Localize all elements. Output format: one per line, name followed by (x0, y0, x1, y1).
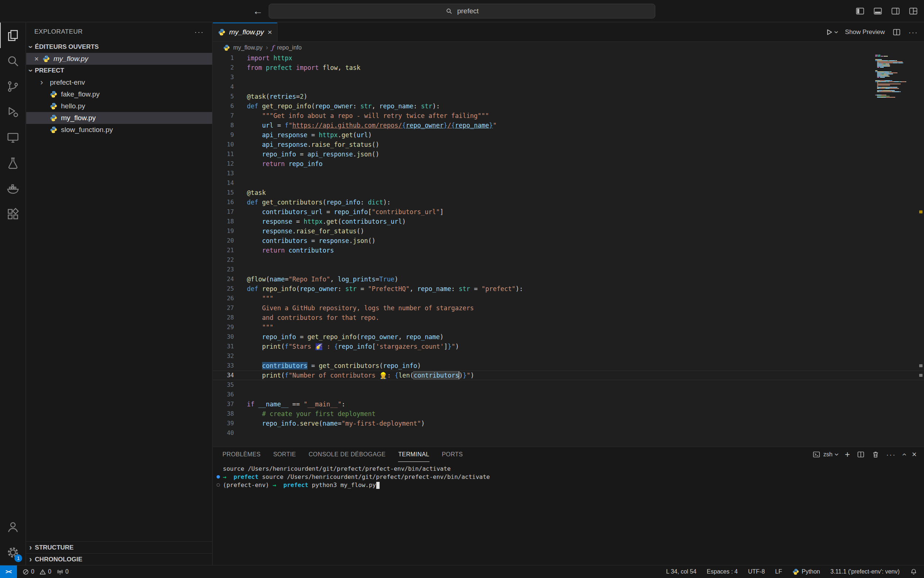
code-line-10: 10 api_response.raise_for_status() (213, 140, 924, 149)
source-control-icon[interactable] (0, 74, 26, 99)
panel-tab-ports[interactable]: PORTS (442, 447, 463, 462)
account-icon[interactable] (0, 514, 26, 539)
terminal-line: source /Users/henricourdent/git/prefect/… (223, 465, 924, 473)
docker-icon[interactable] (0, 176, 26, 201)
editor-pane[interactable]: 1import httpx2from prefect import flow, … (213, 53, 924, 447)
tab-label: my_flow.py (229, 28, 264, 36)
panel-tab-sortie[interactable]: SORTIE (273, 447, 296, 462)
explorer-icon[interactable] (0, 23, 26, 48)
explorer-more-actions-icon[interactable]: ··· (194, 28, 204, 36)
function-symbol-icon: ƒ (271, 44, 273, 51)
settings-gear-icon[interactable]: 1 (0, 539, 26, 565)
file-item-hello.py[interactable]: hello.py (26, 100, 212, 112)
code-line-28: 28 and contributors for that repo. (213, 313, 924, 323)
code-line-33: 33 contributors = get_contributors(repo_… (213, 361, 924, 370)
chevron-down-icon[interactable]: › (834, 453, 839, 456)
run-button[interactable]: › (825, 28, 838, 37)
code-line-20: 20 contributors = response.json() (213, 236, 924, 245)
show-preview-button[interactable]: Show Preview (845, 28, 885, 36)
customize-layout-icon[interactable] (908, 6, 918, 16)
timeline-section-header[interactable]: › CHRONOLOGIE (26, 553, 212, 565)
error-icon (22, 568, 29, 575)
editor-more-actions-icon[interactable]: ··· (908, 28, 918, 37)
open-editor-filename: my_flow.py (53, 55, 88, 63)
code-line-22: 22 (213, 255, 924, 265)
code-line-14: 14 (213, 178, 924, 188)
split-terminal-icon[interactable] (857, 450, 865, 459)
panel-tab-terminal[interactable]: TERMINAL (398, 447, 429, 462)
back-icon[interactable]: ← (253, 6, 263, 17)
file-item-prefect-env[interactable]: ›prefect-env (26, 76, 212, 88)
python-interpreter[interactable]: 3.11.1 ('prefect-env': venv) (830, 568, 900, 575)
project-section-header[interactable]: › PREFECT (26, 65, 212, 76)
code-line-21: 21 return contributors (213, 245, 924, 255)
terminal-output[interactable]: source /Users/henricourdent/git/prefect/… (213, 462, 924, 489)
tab-bar: my_flow.py × › Show Preview ··· (213, 23, 924, 42)
ports-count: 0 (65, 568, 69, 575)
code-line-16: 16def get_contributors(repo_info: dict): (213, 198, 924, 207)
remote-explorer-icon[interactable] (0, 125, 26, 150)
remote-indicator[interactable]: >< (0, 565, 17, 578)
eol-status[interactable]: LF (775, 568, 782, 575)
explorer-file-list: ›prefect-envfake_flow.pyhello.pymy_flow.… (26, 76, 212, 136)
title-bar: ← → prefect (0, 0, 924, 22)
code-line-7: 7 """Get info about a repo - will retry … (213, 111, 924, 120)
minimap[interactable] (875, 55, 917, 99)
breadcrumb-symbol[interactable]: repo_info (277, 44, 302, 51)
kill-terminal-icon[interactable] (872, 450, 880, 459)
project-label: PREFECT (35, 67, 64, 74)
structure-section-header[interactable]: › STRUCTURE (26, 541, 212, 553)
close-icon[interactable]: × (268, 28, 272, 37)
search-icon-activity[interactable] (0, 48, 26, 74)
layout-panel-icon[interactable] (873, 6, 883, 16)
code-line-40: 40 (213, 428, 924, 438)
sidebar-title: EXPLORATEUR (34, 28, 83, 36)
chevron-up-icon[interactable]: › (901, 453, 906, 456)
code-line-6: 6def get_repo_info(repo_owner: str, repo… (213, 101, 924, 111)
code-line-27: 27 Given a GitHub repository, logs the n… (213, 303, 924, 313)
layout-sidebar-right-icon[interactable] (891, 6, 900, 16)
command-center-search[interactable]: prefect (269, 4, 655, 18)
cursor-position[interactable]: L 34, col 54 (666, 568, 696, 575)
problems-status[interactable]: 0 0 (22, 568, 51, 575)
activity-bar: 1 (0, 23, 26, 565)
layout-sidebar-left-icon[interactable] (855, 6, 865, 16)
overview-ruler[interactable] (919, 53, 923, 447)
panel-tabs: PROBLÈMESSORTIECONSOLE DE DÉBOGAGETERMIN… (222, 447, 475, 462)
code-area: 1import httpx2from prefect import flow, … (213, 53, 924, 438)
status-bar: >< 0 0 0 L 34, col 54 Espaces : 4 UTF-8 … (0, 565, 924, 578)
panel-more-actions-icon[interactable]: ··· (886, 450, 896, 459)
testing-icon[interactable] (0, 150, 26, 176)
code-line-31: 31 print(f"Stars 🌠 : {repo_info['stargaz… (213, 342, 924, 351)
encoding-status[interactable]: UTF-8 (748, 568, 765, 575)
breadcrumb-file[interactable]: my_flow.py (233, 44, 262, 51)
panel-tab-problèmes[interactable]: PROBLÈMES (222, 447, 261, 462)
close-panel-icon[interactable]: × (912, 450, 917, 459)
code-line-18: 18 response = httpx.get(contributors_url… (213, 217, 924, 226)
chevron-right-icon: › (40, 80, 46, 85)
tab-my-flow[interactable]: my_flow.py × (213, 23, 278, 41)
chevron-down-icon: › (28, 45, 33, 48)
extensions-icon[interactable] (0, 201, 26, 227)
code-line-30: 30 repo_info = get_repo_info(repo_owner,… (213, 332, 924, 342)
panel-tab-console-de-débogage[interactable]: CONSOLE DE DÉBOGAGE (309, 447, 386, 462)
launch-profile-button[interactable]: zsh › (812, 450, 838, 459)
close-icon[interactable]: × (34, 55, 39, 63)
chevron-down-icon[interactable]: › (834, 31, 839, 33)
open-editors-section-header[interactable]: › ÉDITEURS OUVERTS (26, 41, 212, 53)
file-item-my_flow.py[interactable]: my_flow.py (26, 112, 212, 124)
terminal-line: (prefect-env) → prefect python3 my_flow.… (223, 481, 924, 489)
code-line-17: 17 contributors_url = repo_info["contrib… (213, 207, 924, 217)
file-item-slow_function.py[interactable]: slow_function.py (26, 124, 212, 136)
indentation-status[interactable]: Espaces : 4 (707, 568, 738, 575)
split-editor-icon[interactable] (892, 28, 901, 37)
new-terminal-icon[interactable]: + (845, 451, 850, 458)
file-item-fake_flow.py[interactable]: fake_flow.py (26, 88, 212, 100)
code-line-34: 34 print(f"Number of contributors 👷: {le… (213, 370, 924, 380)
open-editor-item[interactable]: × my_flow.py (26, 53, 212, 65)
code-line-12: 12 return repo_info (213, 159, 924, 169)
run-debug-icon[interactable] (0, 99, 26, 125)
language-mode[interactable]: Python (793, 568, 820, 575)
notifications-bell-icon[interactable] (910, 568, 918, 575)
ports-status[interactable]: 0 (57, 568, 69, 575)
